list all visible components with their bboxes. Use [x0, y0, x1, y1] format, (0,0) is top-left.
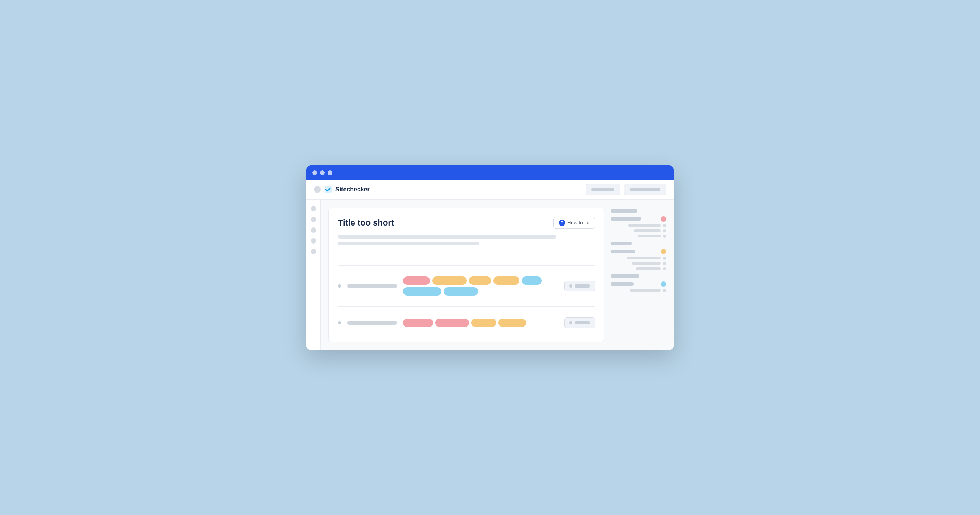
sidebar-item-1[interactable] — [311, 206, 316, 211]
right-sub-row-6-1 — [612, 289, 666, 292]
card-header: Title too short ? How to fix — [338, 217, 595, 229]
right-sub-dot-2-2 — [663, 229, 666, 232]
right-sub-bar-4-3 — [636, 267, 661, 270]
divider-1 — [338, 265, 595, 266]
right-bar-4 — [611, 250, 635, 253]
row-2-tags — [403, 319, 558, 327]
browser-dot-2 — [320, 170, 325, 175]
tag-blue-1 — [522, 276, 542, 285]
header-btn-2-bar — [630, 188, 660, 191]
tag-r2-pink-2 — [435, 319, 469, 327]
right-row-5 — [611, 274, 666, 278]
right-sub-bar-2-3 — [638, 235, 661, 237]
right-bar-3 — [611, 242, 632, 245]
header-button-2[interactable] — [624, 184, 666, 195]
tag-blue-2 — [403, 287, 441, 296]
row-1-tags — [403, 276, 558, 296]
header-btn-1-bar — [591, 188, 614, 191]
right-row-6 — [611, 281, 666, 287]
right-bar-5 — [611, 274, 639, 278]
right-dot-blue — [661, 281, 666, 287]
content-card: Title too short ? How to fix — [328, 208, 604, 342]
right-sub-bar-2-1 — [628, 224, 661, 227]
right-row-3 — [611, 242, 666, 245]
table-row-2 — [338, 313, 595, 333]
skeleton-bar-1 — [338, 235, 556, 239]
table-row-1 — [338, 272, 595, 300]
sidebar-item-5[interactable] — [311, 249, 316, 254]
right-section-3 — [611, 242, 666, 245]
right-sub-dot-4-1 — [663, 257, 666, 260]
right-sub-dot-4-2 — [663, 262, 666, 265]
right-sub-rows-2 — [611, 224, 666, 238]
right-section-4 — [611, 249, 666, 270]
logo-text: Sitechecker — [335, 186, 370, 193]
right-sub-rows-6 — [611, 289, 666, 292]
row-1-dot — [338, 284, 341, 288]
action-btn-bar — [575, 284, 590, 288]
skeleton-bar-2 — [338, 242, 479, 245]
right-sub-dot-6-1 — [663, 289, 666, 292]
right-bar-1 — [611, 209, 637, 213]
sidebar — [306, 200, 321, 350]
description-skeleton — [338, 235, 595, 245]
sidebar-item-2[interactable] — [311, 217, 316, 222]
right-dot-red — [661, 216, 666, 222]
help-icon: ? — [559, 220, 565, 226]
right-sub-rows-4 — [611, 257, 666, 270]
right-sub-row-2-2 — [612, 229, 666, 232]
how-to-fix-button[interactable]: ? How to fix — [553, 217, 595, 229]
row-2-text — [347, 321, 397, 325]
right-row-1 — [611, 209, 666, 213]
right-section-2 — [611, 216, 666, 238]
tag-r2-pink-1 — [403, 319, 433, 327]
right-sub-dot-4-3 — [663, 267, 666, 270]
right-section-6 — [611, 281, 666, 292]
right-sub-bar-4-1 — [627, 257, 661, 259]
row-1-text — [347, 284, 397, 288]
logo-area: Sitechecker — [314, 185, 370, 194]
right-row-2 — [611, 216, 666, 222]
right-sub-row-4-1 — [612, 257, 666, 260]
right-sub-dot-2-1 — [663, 224, 666, 227]
right-sub-row-2-3 — [612, 235, 666, 238]
app-body: Title too short ? How to fix — [306, 200, 674, 350]
right-bar-2 — [611, 217, 641, 221]
logo-circle-decoration — [314, 186, 321, 193]
browser-titlebar — [306, 165, 674, 180]
action-btn-dot-2 — [569, 321, 572, 324]
browser-dot-1 — [312, 170, 317, 175]
main-panel: Title too short ? How to fix — [321, 200, 674, 350]
sidebar-item-4[interactable] — [311, 238, 316, 244]
right-sub-bar-2-2 — [634, 229, 661, 232]
right-bar-6 — [611, 282, 634, 286]
row-2-dot — [338, 321, 341, 324]
right-section-1 — [611, 209, 666, 213]
tag-blue-3 — [444, 287, 478, 296]
row-1-action-btn[interactable] — [564, 281, 595, 291]
header-buttons — [586, 184, 666, 195]
action-btn-dot — [569, 284, 572, 288]
action-btn-bar-2 — [575, 321, 590, 324]
header-button-1[interactable] — [586, 184, 620, 195]
row-2-action-btn[interactable] — [564, 317, 595, 328]
tag-r2-orange-1 — [471, 319, 496, 327]
card-title: Title too short — [338, 218, 394, 228]
right-section-5 — [611, 274, 666, 278]
tag-pink-1 — [403, 276, 430, 285]
right-row-4 — [611, 249, 666, 254]
sitechecker-logo-icon — [324, 185, 332, 194]
divider-2 — [338, 306, 595, 307]
tag-orange-2 — [469, 276, 491, 285]
tag-r2-orange-2 — [498, 319, 526, 327]
right-sub-dot-2-3 — [663, 235, 666, 238]
sidebar-item-3[interactable] — [311, 227, 316, 233]
browser-dot-3 — [328, 170, 332, 175]
tag-orange-3 — [493, 276, 519, 285]
how-to-fix-label: How to fix — [567, 220, 589, 226]
browser-window: Sitechecker Title too shor — [306, 165, 674, 350]
right-sub-row-4-2 — [612, 262, 666, 265]
right-sub-row-4-3 — [612, 267, 666, 270]
tag-orange-1 — [432, 276, 467, 285]
right-panel — [611, 208, 666, 342]
